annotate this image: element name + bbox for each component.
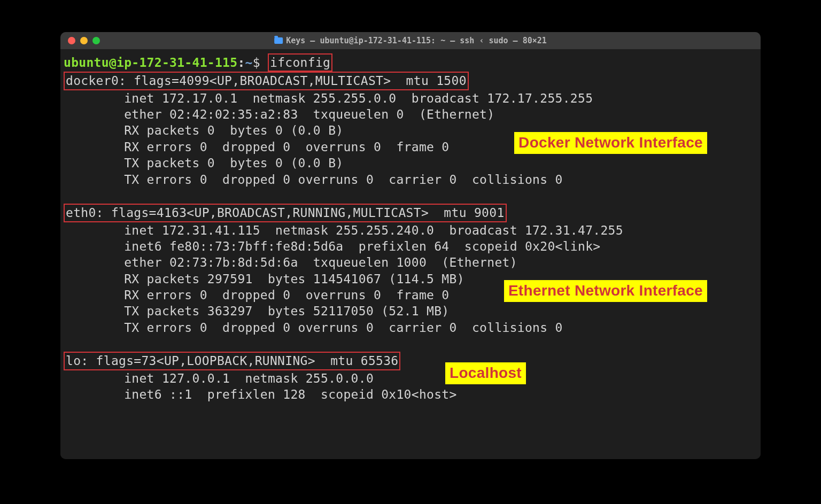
maximize-icon[interactable] <box>92 37 100 44</box>
lo-header-box: lo: flags=73<UP,LOOPBACK,RUNNING> mtu 65… <box>64 352 400 370</box>
docker0-ether: ether 02:42:02:35:a2:83 txqueuelen 0 (Et… <box>64 107 494 121</box>
docker0-rx-packets: RX packets 0 bytes 0 (0.0 B) <box>64 123 343 137</box>
docker0-tx-packets: TX packets 0 bytes 0 (0.0 B) <box>64 156 343 170</box>
docker0-header: docker0: flags=4099<UP,BROADCAST,MULTICA… <box>66 74 467 88</box>
eth0-tx-errors: TX errors 0 dropped 0 overruns 0 carrier… <box>64 321 563 335</box>
window-titlebar[interactable]: Keys — ubuntu@ip-172-31-41-115: ~ — ssh … <box>60 32 761 49</box>
command-text: ifconfig <box>270 56 330 69</box>
eth0-inet6: inet6 fe80::73:7bff:fe8d:5d6a prefixlen … <box>64 239 600 253</box>
eth0-header-box: eth0: flags=4163<UP,BROADCAST,RUNNING,MU… <box>64 204 507 222</box>
docker0-header-box: docker0: flags=4099<UP,BROADCAST,MULTICA… <box>64 72 469 90</box>
eth0-tx-packets: TX packets 363297 bytes 52117050 (52.1 M… <box>64 304 450 318</box>
minimize-icon[interactable] <box>80 37 88 44</box>
terminal-body[interactable]: ubuntu@ip-172-31-41-115:~$ ifconfig dock… <box>60 49 761 459</box>
eth0-inet: inet 172.31.41.115 netmask 255.255.240.0… <box>64 223 623 237</box>
eth0-header: eth0: flags=4163<UP,BROADCAST,RUNNING,MU… <box>66 206 505 220</box>
prompt-path: ~ <box>245 56 253 69</box>
docker0-inet: inet 172.17.0.1 netmask 255.255.0.0 broa… <box>64 91 593 105</box>
traffic-lights <box>68 37 100 44</box>
command-highlight: ifconfig <box>268 53 332 72</box>
annotation-docker: Docker Network Interface <box>514 132 707 154</box>
eth0-rx-errors: RX errors 0 dropped 0 overruns 0 frame 0 <box>64 288 450 302</box>
window-title: Keys — ubuntu@ip-172-31-41-115: ~ — ssh … <box>274 36 547 45</box>
docker0-tx-errors: TX errors 0 dropped 0 overruns 0 carrier… <box>64 173 563 187</box>
eth0-rx-packets: RX packets 297591 bytes 114541067 (114.5… <box>64 272 464 286</box>
prompt-colon: : <box>237 56 245 69</box>
terminal-window: Keys — ubuntu@ip-172-31-41-115: ~ — ssh … <box>60 32 761 459</box>
docker0-rx-errors: RX errors 0 dropped 0 overruns 0 frame 0 <box>64 140 450 154</box>
prompt-user: ubuntu@ip-172-31-41-115 <box>64 56 237 69</box>
prompt-dollar: $ <box>253 56 268 69</box>
title-label: Keys — ubuntu@ip-172-31-41-115: ~ — ssh … <box>286 36 547 45</box>
eth0-ether: ether 02:73:7b:8d:5d:6a txqueuelen 1000 … <box>64 255 517 269</box>
annotation-localhost: Localhost <box>445 362 526 384</box>
lo-header: lo: flags=73<UP,LOOPBACK,RUNNING> mtu 65… <box>66 354 398 368</box>
folder-icon <box>274 37 283 44</box>
annotation-ethernet: Ethernet Network Interface <box>504 280 707 302</box>
close-icon[interactable] <box>68 37 75 44</box>
lo-inet: inet 127.0.0.1 netmask 255.0.0.0 <box>64 371 374 385</box>
lo-inet6: inet6 ::1 prefixlen 128 scopeid 0x10<hos… <box>64 387 457 401</box>
